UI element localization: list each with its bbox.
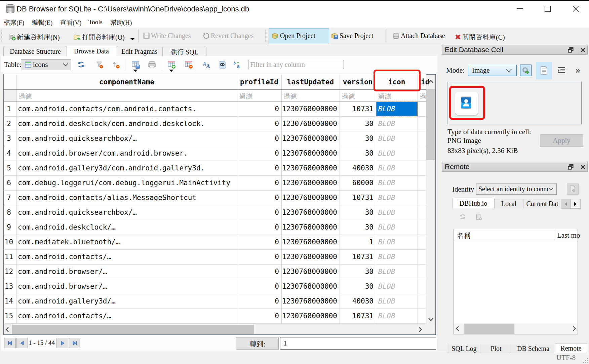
svg-text:A: A <box>203 62 206 67</box>
svg-text:a: a <box>237 63 240 69</box>
svg-text:b: b <box>234 61 236 66</box>
svg-text:A: A <box>206 63 210 69</box>
